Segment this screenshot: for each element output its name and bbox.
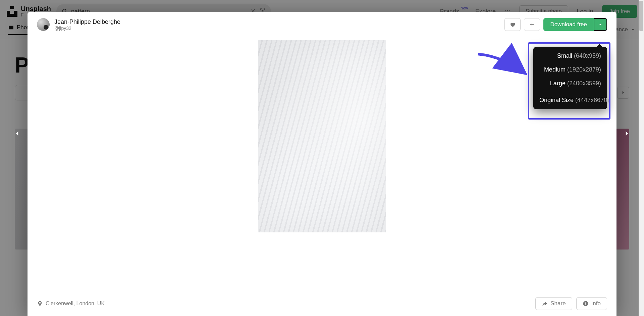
modal-header: Jean-Philippe Delberghe @jipy32 Download… [28,12,616,37]
add-to-collection-button[interactable] [524,18,540,31]
scrollbar[interactable] [639,0,644,316]
info-icon [583,301,589,307]
svg-rect-4 [585,303,586,305]
menu-separator [533,92,607,92]
download-group: Download free [543,18,607,31]
share-button[interactable]: Share [535,297,572,310]
size-option-large[interactable]: Large (2400x3599) [533,77,607,90]
size-option-medium[interactable]: Medium (1920x2879) [533,63,607,77]
size-option-original[interactable]: Original Size (4447x6670) [533,93,607,107]
download-free-button[interactable]: Download free [543,18,594,31]
download-size-toggle[interactable] [594,18,607,31]
author-handle: @jipy32 [54,26,120,31]
modal-image-area [28,37,616,292]
download-size-menu: Small (640x959) Medium (1920x2879) Large… [533,47,607,109]
location-pin-icon [37,301,43,307]
photo-preview[interactable] [258,40,386,232]
author-avatar[interactable] [37,18,50,31]
modal-actions: Download free [504,18,607,31]
photo-modal: Jean-Philippe Delberghe @jipy32 Download… [28,12,616,316]
info-button[interactable]: Info [576,297,607,310]
photo-location[interactable]: Clerkenwell, London, UK [37,301,105,307]
prev-photo-arrow[interactable] [10,126,24,140]
author-block[interactable]: Jean-Philippe Delberghe @jipy32 [54,18,120,31]
svg-rect-5 [585,302,586,303]
size-option-small[interactable]: Small (640x959) [533,49,607,63]
modal-footer: Clerkenwell, London, UK Share Info [28,292,616,316]
like-button[interactable] [504,18,521,31]
location-text: Clerkenwell, London, UK [46,301,105,307]
next-photo-arrow[interactable] [620,126,634,140]
share-icon [542,301,548,307]
author-name: Jean-Philippe Delberghe [54,18,120,26]
